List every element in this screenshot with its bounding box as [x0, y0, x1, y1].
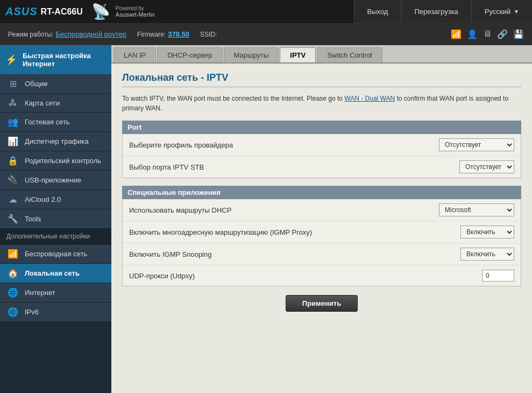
powered-by: Powered by Asuswrt-Merlin — [116, 5, 155, 18]
usb-icon: 💾 — [513, 29, 524, 39]
sidebar-label-parental: Родительский контроль — [25, 157, 101, 165]
dhcp-routes-select[interactable]: Microsoft Нет Включить — [439, 203, 514, 216]
sidebar-label-aicloud: AiCloud 2.0 — [25, 195, 61, 203]
mode-link[interactable]: Беспроводной роутер — [55, 30, 126, 38]
sidebar-label-traffic-manager: Диспетчер трафика — [25, 137, 89, 145]
sidebar-item-quick-setup[interactable]: ⚡ Быстрая настройка Интернет — [0, 45, 111, 74]
sidebar-label-network-map: Карта сети — [25, 99, 60, 107]
multicast-control: Включить Выключить — [460, 226, 514, 238]
udp-proxy-label: UDP-прокси (Udpxy) — [129, 272, 482, 280]
info-text-before: To watch IPTV, the WAN port must be conn… — [122, 95, 343, 102]
quick-setup-label: Быстрая настройка Интернет — [23, 52, 106, 68]
main-layout: ⚡ Быстрая настройка Интернет ⊞ Общие 🖧 К… — [0, 45, 532, 393]
sidebar-label-internet: Интернет — [25, 289, 55, 297]
udp-proxy-input[interactable]: 0 — [482, 270, 514, 282]
wan-dual-wan-link[interactable]: WAN - Dual WAN — [344, 95, 395, 102]
top-nav: Выход Перезагрузка Русский ▼ — [354, 0, 533, 23]
reboot-button[interactable]: Перезагрузка — [401, 0, 471, 23]
page-title: Локальная сеть - IPTV — [122, 72, 521, 87]
model-name: RT-AC66U — [41, 7, 83, 17]
multicast-label: Включить многоадресную маршрутизацию (IG… — [129, 228, 460, 236]
usb-apps-icon: 🔌 — [6, 175, 19, 185]
page-content: Локальная сеть - IPTV To watch IPTV, the… — [111, 64, 532, 393]
user-icon: 👤 — [467, 29, 478, 39]
igmp-control: Включить Выключить — [460, 248, 514, 261]
sidebar-item-guest-network[interactable]: 👥 Гостевая сеть — [0, 113, 111, 132]
mode-label: Режим работы: — [8, 31, 53, 38]
sidebar-item-usb-apps[interactable]: 🔌 USB-приложение — [0, 171, 111, 190]
row-multicast: Включить многоадресную маршрутизацию (IG… — [123, 221, 521, 243]
sidebar-item-traffic-manager[interactable]: 📊 Диспетчер трафика — [0, 132, 111, 151]
sidebar-label-ipv6: IPv6 — [25, 308, 39, 316]
section-port-header: Port — [122, 121, 521, 134]
tab-iptv[interactable]: IPTV — [280, 47, 316, 62]
sidebar-label-wireless: Беспроводная сеть — [25, 250, 87, 258]
info-text: To watch IPTV, the WAN port must be conn… — [122, 94, 521, 113]
multicast-select[interactable]: Включить Выключить — [460, 226, 514, 238]
status-bar: Режим работы: Беспроводной роутер Firmwa… — [0, 24, 532, 45]
tab-dhcp[interactable]: DHCP-сервер — [157, 47, 222, 62]
stb-port-label: Выбор порта IPTV STB — [129, 163, 459, 171]
sidebar-label-lan: Локальная сеть — [25, 269, 80, 277]
provider-label: Выберите профиль провайдера — [129, 141, 439, 149]
sidebar-item-aicloud[interactable]: ☁ AiCloud 2.0 — [0, 190, 111, 209]
sidebar-item-network-map[interactable]: 🖧 Карта сети — [0, 94, 111, 113]
ipv6-icon: 🌐 — [6, 307, 19, 317]
sidebar-label-usb-apps: USB-приложение — [25, 176, 81, 184]
igmp-select[interactable]: Включить Выключить — [460, 248, 514, 261]
dhcp-routes-label: Использовать маршруты DHCP — [129, 206, 439, 214]
sidebar-item-lan[interactable]: 🏠 Локальная сеть — [0, 264, 111, 283]
sidebar-item-ipv6[interactable]: 🌐 IPv6 — [0, 303, 111, 322]
tab-routes[interactable]: Маршруты — [224, 47, 279, 62]
igmp-label: Включить IGMP Snooping — [129, 250, 460, 258]
udp-proxy-control: 0 — [482, 270, 514, 282]
sidebar-item-general[interactable]: ⊞ Общие — [0, 74, 111, 94]
row-udp-proxy: UDP-прокси (Udpxy) 0 — [123, 265, 521, 286]
traffic-manager-icon: 📊 — [6, 136, 19, 146]
row-igmp: Включить IGMP Snooping Включить Выключит… — [123, 243, 521, 265]
network-icon: 🔗 — [497, 29, 508, 39]
wireless-icon: 📶 — [6, 249, 19, 259]
logout-button[interactable]: Выход — [354, 0, 401, 23]
sidebar: ⚡ Быстрая настройка Интернет ⊞ Общие 🖧 К… — [0, 45, 111, 393]
parental-icon: 🔒 — [6, 156, 19, 166]
section-port-body: Выберите профиль провайдера Отсутствует … — [122, 134, 521, 178]
row-provider: Выберите профиль провайдера Отсутствует … — [123, 134, 521, 156]
tabs-bar: LAN IP DHCP-сервер Маршруты IPTV Switch … — [111, 45, 532, 64]
chevron-down-icon: ▼ — [514, 9, 519, 15]
sidebar-label-guest-network: Гостевая сеть — [25, 118, 70, 126]
apply-button[interactable]: Применить — [286, 295, 358, 312]
provider-select[interactable]: Отсутствует Ростелеком МТС Билайн — [439, 138, 514, 151]
aicloud-icon: ☁ — [6, 194, 19, 205]
stb-port-select[interactable]: Отсутствует LAN1 LAN2 LAN3 — [459, 160, 514, 173]
sidebar-label-general: Общие — [25, 80, 48, 88]
tab-switch-control[interactable]: Switch Control — [317, 47, 382, 62]
advanced-settings-header: Дополнительные настройки — [0, 229, 111, 244]
content-area: LAN IP DHCP-сервер Маршруты IPTV Switch … — [111, 45, 532, 393]
internet-icon: 🌐 — [6, 287, 19, 298]
ssid-label: SSID: — [200, 31, 217, 38]
provider-control: Отсутствует Ростелеком МТС Билайн — [439, 138, 514, 151]
quick-setup-icon: ⚡ — [5, 54, 17, 66]
monitor-icon: 🖥 — [483, 29, 492, 39]
logo-area: ASUS RT-AC66U 📡 Powered by Asuswrt-Merli… — [0, 0, 166, 23]
tab-lan-ip[interactable]: LAN IP — [114, 47, 156, 62]
firmware-label: Firmware: — [137, 31, 166, 38]
sidebar-item-wireless[interactable]: 📶 Беспроводная сеть — [0, 244, 111, 264]
network-map-icon: 🖧 — [6, 98, 19, 108]
lan-icon: 🏠 — [6, 268, 19, 278]
wifi-icon: 📶 — [451, 29, 462, 39]
sidebar-item-internet[interactable]: 🌐 Интернет — [0, 283, 111, 303]
row-stb-port: Выбор порта IPTV STB Отсутствует LAN1 LA… — [123, 156, 521, 178]
firmware-link[interactable]: 378.50 — [168, 30, 189, 38]
tools-icon: 🔧 — [6, 214, 19, 224]
stb-port-control: Отсутствует LAN1 LAN2 LAN3 — [459, 160, 514, 173]
section-special-header: Специальные приложения — [122, 186, 521, 199]
sidebar-item-parental[interactable]: 🔒 Родительский контроль — [0, 151, 111, 171]
status-icons: 📶 👤 🖥 🔗 💾 — [451, 29, 524, 39]
sidebar-label-tools: Tools — [25, 215, 41, 223]
guest-network-icon: 👥 — [6, 117, 19, 127]
language-button[interactable]: Русский ▼ — [471, 0, 532, 23]
sidebar-item-tools[interactable]: 🔧 Tools — [0, 209, 111, 229]
asus-logo: ASUS — [5, 5, 38, 18]
